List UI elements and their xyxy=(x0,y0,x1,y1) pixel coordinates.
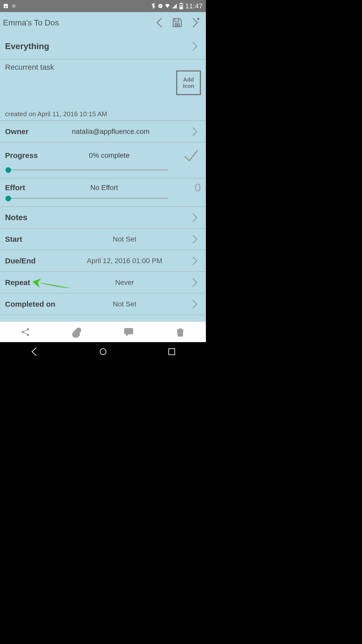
svg-rect-3 xyxy=(159,6,161,7)
nav-home-button[interactable] xyxy=(98,347,108,358)
task-name-input[interactable]: Recurrent task xyxy=(5,63,176,71)
delete-button[interactable] xyxy=(154,322,206,342)
nav-recent-button[interactable] xyxy=(167,347,177,358)
effort-label: Effort xyxy=(5,183,25,192)
app-title: Emma's To Dos xyxy=(3,18,152,27)
gallery-icon xyxy=(3,3,9,9)
svg-line-12 xyxy=(24,330,27,331)
owner-row[interactable]: Owner natalia@appfluence.com xyxy=(0,121,206,142)
attach-button[interactable] xyxy=(52,322,103,342)
effort-row: Effort No Effort 0 xyxy=(0,178,206,207)
battery-icon: 81 xyxy=(179,3,184,9)
svg-point-21 xyxy=(100,349,106,355)
android-nav-bar xyxy=(0,342,206,362)
notes-row[interactable]: Notes xyxy=(0,207,206,228)
svg-point-10 xyxy=(27,328,29,330)
everything-row[interactable]: Everything xyxy=(0,33,206,59)
cell-signal-icon xyxy=(172,3,177,9)
svg-line-18 xyxy=(179,331,179,335)
share-button[interactable] xyxy=(0,322,52,342)
due-label: Due/End xyxy=(5,257,60,265)
notes-label: Notes xyxy=(5,213,27,222)
repeat-value: Never xyxy=(60,278,189,287)
nav-back-button[interactable] xyxy=(29,347,39,358)
progress-slider[interactable] xyxy=(5,167,168,173)
svg-line-20 xyxy=(181,331,181,335)
chevron-right-icon xyxy=(189,298,201,310)
svg-point-1 xyxy=(13,5,15,7)
back-button[interactable] xyxy=(152,14,169,32)
completed-on-row[interactable]: Completed on Not Set xyxy=(0,293,206,315)
chevron-right-icon xyxy=(189,40,201,52)
progress-label: Progress xyxy=(5,151,38,160)
effort-number: 0 xyxy=(183,181,201,194)
forward-add-button[interactable] xyxy=(186,14,203,32)
settings-sync-icon xyxy=(11,3,17,9)
save-button[interactable] xyxy=(169,14,186,32)
created-on-text: created on April 11, 2016 10:15 AM xyxy=(5,110,201,118)
completed-value: Not Set xyxy=(60,300,189,308)
start-row[interactable]: Start Not Set xyxy=(0,228,206,250)
add-icon-button[interactable]: Add Icon xyxy=(176,70,201,95)
battery-pct: 81 xyxy=(179,4,184,7)
chevron-right-icon xyxy=(189,126,201,138)
status-bar: 81 11:47 xyxy=(0,0,206,12)
chevron-right-icon xyxy=(189,276,201,289)
task-area: Recurrent task Add Icon created on April… xyxy=(0,59,206,121)
completed-label: Completed on xyxy=(5,300,60,308)
app-bar: Emma's To Dos xyxy=(0,12,206,33)
svg-point-16 xyxy=(128,331,129,332)
due-value: April 12, 2016 01:00 PM xyxy=(60,257,189,265)
effort-value: No Effort xyxy=(25,184,183,192)
wifi-icon xyxy=(165,3,170,9)
content-filler xyxy=(0,315,206,321)
svg-point-17 xyxy=(130,331,131,332)
progress-value: 0% complete xyxy=(38,151,181,159)
owner-label: Owner xyxy=(5,127,33,136)
effort-slider[interactable] xyxy=(5,195,168,202)
add-icon-line2: Icon xyxy=(183,83,194,89)
annotation-arrow-icon xyxy=(33,276,73,292)
status-clock: 11:47 xyxy=(185,2,203,10)
svg-point-15 xyxy=(126,331,127,332)
due-end-row[interactable]: Due/End April 12, 2016 01:00 PM xyxy=(0,250,206,272)
chevron-right-icon xyxy=(189,212,201,224)
repeat-row[interactable]: Repeat Never xyxy=(0,272,206,293)
chevron-right-icon xyxy=(189,255,201,267)
svg-point-11 xyxy=(27,334,29,336)
start-value: Not Set xyxy=(60,235,189,243)
chevron-right-icon xyxy=(189,233,201,245)
owner-value: natalia@appfluence.com xyxy=(33,128,189,136)
progress-row: Progress 0% complete xyxy=(0,142,206,178)
everything-label: Everything xyxy=(5,41,49,51)
start-label: Start xyxy=(5,235,60,244)
complete-check-button[interactable] xyxy=(181,145,201,166)
svg-point-9 xyxy=(22,331,24,333)
dnd-icon xyxy=(158,3,163,9)
svg-rect-0 xyxy=(4,4,8,8)
svg-line-13 xyxy=(24,332,27,334)
add-icon-line1: Add xyxy=(183,76,194,83)
svg-rect-22 xyxy=(169,349,175,355)
bottom-toolbar xyxy=(0,321,206,342)
comment-button[interactable] xyxy=(103,322,155,342)
bluetooth-icon xyxy=(151,3,156,9)
